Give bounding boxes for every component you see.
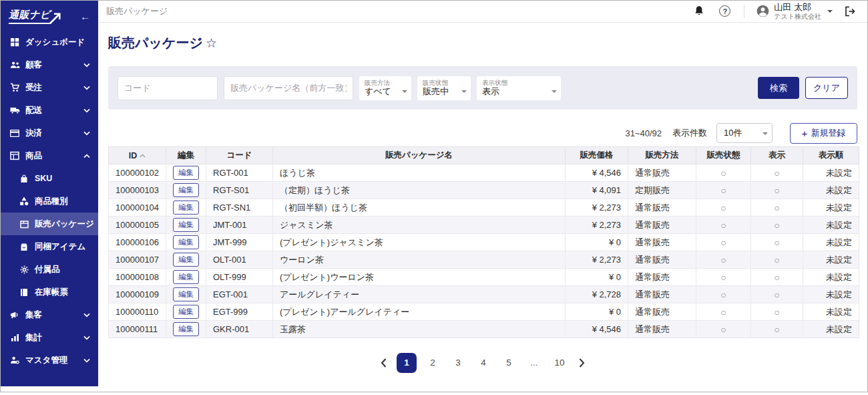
cell-order: 未設定 xyxy=(803,269,859,286)
cell-price: ¥ 0 xyxy=(566,303,628,321)
user-name: 山田 太郎 xyxy=(774,3,821,12)
sidebar-item-dashboard[interactable]: ダッシュボード xyxy=(1,31,98,53)
cell-id: 100000106 xyxy=(109,234,166,251)
chevron-down-icon xyxy=(763,132,768,135)
sidebar-item-sales-package[interactable]: 販売パッケージ xyxy=(1,213,98,235)
cell-id: 100000110 xyxy=(109,303,166,321)
cell-status: ○ xyxy=(696,269,751,286)
pagination-prev-icon[interactable] xyxy=(374,358,393,368)
column-header-code[interactable]: コード xyxy=(206,147,273,164)
edit-button[interactable]: 編集 xyxy=(173,183,199,196)
cell-edit: 編集 xyxy=(166,199,206,217)
per-page-select[interactable]: 10件 xyxy=(716,123,773,143)
column-header-order[interactable]: 表示順 xyxy=(803,147,859,164)
edit-button[interactable]: 編集 xyxy=(173,235,199,249)
column-header-id[interactable]: ID xyxy=(109,147,166,164)
cell-status: ○ xyxy=(696,234,751,251)
cell-price: ¥ 2,273 xyxy=(566,199,628,217)
status-circle-icon: ○ xyxy=(720,255,726,265)
cell-display: ○ xyxy=(751,217,803,234)
cell-id: 100000111 xyxy=(109,321,166,338)
display-status-select-label: 表示状態 xyxy=(482,79,548,86)
cell-code: JMT-001 xyxy=(206,217,273,234)
sales-method-select-label: 販売方法 xyxy=(365,79,398,86)
column-header-method[interactable]: 販売方法 xyxy=(628,147,696,164)
sidebar-item-payment[interactable]: 決済 xyxy=(1,122,98,144)
search-button[interactable]: 検索 xyxy=(758,77,799,99)
sidebar-item-master[interactable]: マスタ管理 xyxy=(1,349,98,372)
column-header-status[interactable]: 販売状態 xyxy=(696,147,751,164)
pagination-page-3[interactable]: 3 xyxy=(449,353,467,373)
app-logo[interactable]: 通販ナビ xyxy=(9,9,63,24)
new-registration-button[interactable]: + 新規登録 xyxy=(790,123,857,144)
notification-bell-icon[interactable] xyxy=(694,5,704,17)
inventory-icon xyxy=(19,288,29,297)
sales-status-select-label: 販売状態 xyxy=(423,79,457,86)
cell-package-name: （初回半額）ほうじ茶 xyxy=(273,199,566,217)
pagination-next-icon[interactable] xyxy=(572,358,592,368)
header-divider xyxy=(744,5,744,18)
sidebar-item-marketing[interactable]: 集客 xyxy=(1,303,98,326)
pagination-ellipsis: ... xyxy=(525,353,544,373)
edit-button[interactable]: 編集 xyxy=(173,305,199,318)
code-input[interactable] xyxy=(118,76,218,100)
sidebar-item-shipping[interactable]: 配送 xyxy=(1,99,98,122)
column-header-edit[interactable]: 編集 xyxy=(166,147,206,164)
chevron-up-icon xyxy=(83,154,90,158)
sidebar-logo-row: 通販ナビ ← xyxy=(1,1,98,31)
pagination-page-4[interactable]: 4 xyxy=(474,353,493,373)
logout-icon[interactable] xyxy=(845,6,857,17)
cell-price: ¥ 0 xyxy=(566,234,628,251)
edit-button[interactable]: 編集 xyxy=(173,218,199,231)
package-name-input[interactable] xyxy=(224,76,353,100)
status-circle-icon: ○ xyxy=(720,203,726,213)
edit-button[interactable]: 編集 xyxy=(173,322,199,336)
pagination-page-1[interactable]: 1 xyxy=(397,353,417,373)
sidebar-collapse-icon[interactable]: ← xyxy=(80,11,93,22)
bundle-icon xyxy=(19,243,29,251)
pagination-page-5[interactable]: 5 xyxy=(499,353,518,373)
sales-status-select[interactable]: 販売状態 販売中 xyxy=(417,76,471,100)
sidebar-item-orders[interactable]: 受注 xyxy=(1,76,98,99)
edit-button[interactable]: 編集 xyxy=(173,166,199,179)
favorite-star-icon[interactable]: ☆ xyxy=(206,35,217,51)
cell-package-name: アールグレイティー xyxy=(273,286,566,303)
sidebar-item-inventory[interactable]: 在庫帳票 xyxy=(1,281,98,303)
cell-status: ○ xyxy=(696,217,751,234)
edit-button[interactable]: 編集 xyxy=(173,253,199,266)
pagination-page-10[interactable]: 10 xyxy=(550,353,569,373)
display-status-select[interactable]: 表示状態 表示 xyxy=(477,76,561,100)
cell-code: RGT-S01 xyxy=(206,182,273,199)
logo-arrow-icon xyxy=(49,9,63,25)
user-menu[interactable]: 山田 太郎 テスト株式会社 xyxy=(756,3,833,19)
clear-button[interactable]: クリア xyxy=(805,77,848,99)
status-circle-icon: ○ xyxy=(720,324,726,335)
edit-button[interactable]: 編集 xyxy=(173,287,199,301)
cell-display: ○ xyxy=(751,269,803,286)
edit-button[interactable]: 編集 xyxy=(173,201,199,214)
sidebar-item-sku[interactable]: SKU xyxy=(1,167,98,190)
sidebar-item-analytics[interactable]: 集計 xyxy=(1,326,98,349)
sidebar-item-product-type[interactable]: 商品種別 xyxy=(1,190,98,213)
sidebar-item-label: 決済 xyxy=(25,128,42,139)
breadcrumb: 販売パッケージ xyxy=(106,5,168,17)
sidebar-item-label: 付属品 xyxy=(35,264,60,275)
sidebar-item-products[interactable]: 商品 xyxy=(1,144,98,167)
result-range: 31~40/92 xyxy=(625,128,662,138)
edit-button[interactable]: 編集 xyxy=(173,270,199,283)
sidebar-item-bundle-item[interactable]: 同梱アイテム xyxy=(1,235,98,258)
sidebar-item-customers[interactable]: 顧客 xyxy=(1,53,98,76)
sidebar-item-accessory[interactable]: 付属品 xyxy=(1,258,98,281)
cell-display: ○ xyxy=(751,286,803,303)
search-filter-panel: 販売方法 すべて 販売状態 販売中 表示状態 表示 検索 クリア xyxy=(108,66,857,110)
cell-method: 通常販売 xyxy=(628,303,696,321)
sales-method-select[interactable]: 販売方法 すべて xyxy=(359,76,411,100)
sidebar: 通販ナビ ← ダッシュボード顧客受注配送決済商品SKU商品種別販売パッケージ同梱… xyxy=(1,1,98,386)
cell-price: ¥ 4,546 xyxy=(566,164,628,182)
pagination-page-2[interactable]: 2 xyxy=(423,353,442,373)
help-icon[interactable]: ? xyxy=(719,5,730,17)
cell-id: 100000109 xyxy=(109,286,166,303)
column-header-name[interactable]: 販売パッケージ名 xyxy=(273,147,566,164)
column-header-display[interactable]: 表示 xyxy=(751,147,803,164)
column-header-price[interactable]: 販売価格 xyxy=(566,147,628,164)
